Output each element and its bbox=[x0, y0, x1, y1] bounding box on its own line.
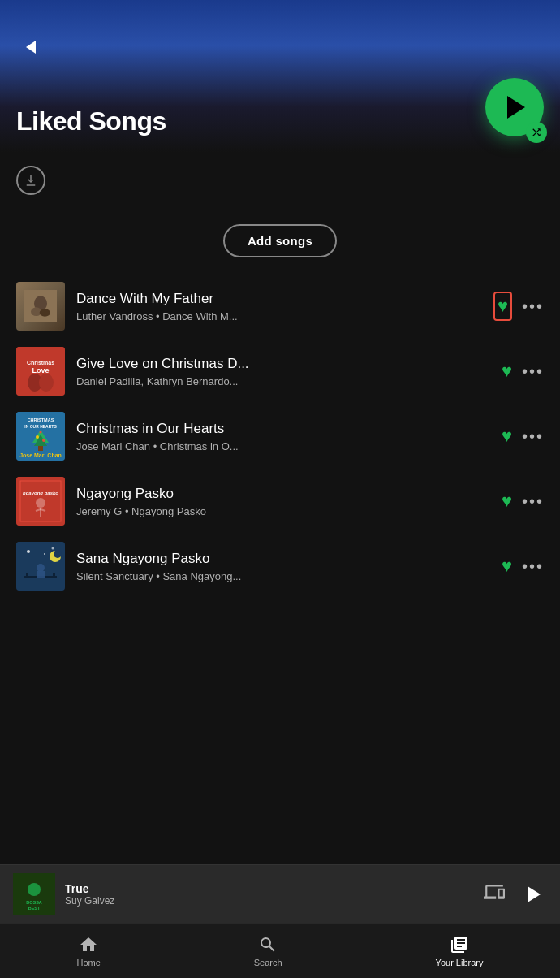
song-title-5: Sana Ngayong Pasko bbox=[76, 551, 490, 567]
song-item-2[interactable]: Christmas Love Give Love on Christmas D.… bbox=[0, 339, 560, 404]
like-button-5[interactable]: ♥ bbox=[502, 556, 512, 577]
nav-label-search: Search bbox=[254, 958, 282, 967]
home-icon bbox=[79, 935, 98, 954]
svg-rect-32 bbox=[53, 573, 55, 578]
device-button[interactable] bbox=[484, 881, 505, 907]
shuffle-badge[interactable] bbox=[526, 122, 547, 143]
more-button-1[interactable]: ••• bbox=[522, 297, 544, 316]
now-playing-art-icon: BOSSA BEST bbox=[13, 873, 55, 915]
song-list: Dance With My Father Luther Vandross • D… bbox=[0, 266, 560, 607]
add-songs-container: Add songs bbox=[0, 208, 560, 266]
song-actions-4: ♥ ••• bbox=[502, 491, 544, 512]
song-info-5: Sana Ngayong Pasko Silent Sanctuary • Sa… bbox=[76, 551, 490, 582]
song-item-5[interactable]: Sana Ngayong Pasko Silent Sanctuary • Sa… bbox=[0, 534, 560, 599]
now-playing-art: BOSSA BEST bbox=[13, 873, 55, 915]
now-playing-artist: Suy Galvez bbox=[65, 895, 474, 907]
more-button-4[interactable]: ••• bbox=[522, 492, 544, 511]
more-button-3[interactable]: ••• bbox=[522, 427, 544, 446]
svg-point-38 bbox=[28, 883, 41, 896]
song-meta-5: Silent Sanctuary • Sana Ngayong... bbox=[76, 570, 490, 582]
svg-text:ngayong pasko: ngayong pasko bbox=[23, 491, 58, 495]
like-button-1[interactable]: ♥ bbox=[493, 292, 512, 321]
svg-text:IN OUR HEARTS: IN OUR HEARTS bbox=[24, 424, 57, 429]
svg-point-33 bbox=[37, 564, 45, 572]
nav-item-library[interactable]: Your Library bbox=[420, 928, 500, 974]
devices-icon bbox=[484, 881, 505, 902]
shuffle-icon bbox=[531, 127, 542, 138]
download-button[interactable] bbox=[16, 166, 45, 195]
song-actions-1: ♥ ••• bbox=[493, 292, 544, 321]
svg-point-16 bbox=[42, 439, 45, 442]
nav-item-home[interactable]: Home bbox=[60, 928, 116, 974]
now-playing-controls bbox=[484, 880, 547, 909]
song-info-4: Ngayong Pasko Jeremy G • Ngayong Pasko bbox=[76, 486, 490, 517]
song-title-4: Ngayong Pasko bbox=[76, 486, 490, 502]
svg-point-8 bbox=[39, 374, 54, 392]
page-title: Liked Songs bbox=[16, 106, 166, 136]
play-triangle-icon bbox=[528, 886, 541, 902]
song-meta-1: Luther Vandross • Dance With M... bbox=[76, 310, 482, 322]
album-art-icon-1 bbox=[24, 290, 57, 322]
controls-section bbox=[0, 153, 560, 208]
header-section: Liked Songs bbox=[0, 0, 560, 153]
song-info-2: Give Love on Christmas D... Daniel Padil… bbox=[76, 356, 490, 387]
svg-rect-31 bbox=[26, 573, 28, 578]
svg-text:Christmas: Christmas bbox=[27, 360, 54, 366]
song-actions-5: ♥ ••• bbox=[502, 556, 544, 577]
svg-point-3 bbox=[40, 309, 50, 316]
svg-point-27 bbox=[27, 550, 30, 553]
nav-item-search[interactable]: Search bbox=[238, 928, 299, 974]
song-title-2: Give Love on Christmas D... bbox=[76, 356, 490, 372]
header-row: Liked Songs bbox=[16, 78, 544, 136]
album-art-icon-4: ngayong pasko bbox=[16, 477, 65, 526]
now-playing-info: True Suy Galvez bbox=[65, 882, 474, 907]
download-icon bbox=[24, 173, 38, 188]
song-title-3: Christmas in Our Hearts bbox=[76, 421, 490, 437]
back-button[interactable] bbox=[16, 32, 45, 62]
svg-point-28 bbox=[52, 547, 54, 550]
more-button-2[interactable]: ••• bbox=[522, 362, 544, 381]
svg-point-17 bbox=[40, 431, 42, 434]
song-item-4[interactable]: ngayong pasko Ngayong Pasko Jeremy G • N… bbox=[0, 469, 560, 534]
song-title-1: Dance With My Father bbox=[76, 291, 482, 307]
album-art-5 bbox=[16, 542, 65, 591]
like-button-2[interactable]: ♥ bbox=[502, 361, 512, 382]
play-button-container bbox=[485, 78, 544, 136]
svg-point-22 bbox=[36, 498, 45, 508]
nav-label-library: Your Library bbox=[436, 958, 484, 967]
add-songs-button[interactable]: Add songs bbox=[223, 224, 337, 257]
more-button-5[interactable]: ••• bbox=[522, 557, 544, 576]
svg-rect-14 bbox=[38, 446, 43, 451]
album-art-2: Christmas Love bbox=[16, 347, 65, 396]
like-button-3[interactable]: ♥ bbox=[502, 426, 512, 447]
svg-text:CHRISTMAS: CHRISTMAS bbox=[28, 418, 54, 422]
song-actions-2: ♥ ••• bbox=[502, 361, 544, 382]
album-art-1 bbox=[16, 282, 65, 331]
svg-text:BOSSA: BOSSA bbox=[26, 900, 42, 905]
like-button-4[interactable]: ♥ bbox=[502, 491, 512, 512]
now-playing-title: True bbox=[65, 882, 474, 895]
svg-text:Jose Mari Chan: Jose Mari Chan bbox=[19, 452, 62, 458]
song-meta-4: Jeremy G • Ngayong Pasko bbox=[76, 505, 490, 517]
album-art-3: CHRISTMAS IN OUR HEARTS Jose Mari Chan bbox=[16, 412, 65, 461]
svg-rect-34 bbox=[37, 571, 45, 578]
svg-point-15 bbox=[36, 435, 39, 439]
now-playing-play-button[interactable] bbox=[518, 880, 547, 909]
album-art-4: ngayong pasko bbox=[16, 477, 65, 526]
song-meta-2: Daniel Padilla, Kathryn Bernardo... bbox=[76, 375, 490, 387]
song-info-1: Dance With My Father Luther Vandross • D… bbox=[76, 291, 482, 322]
song-info-3: Christmas in Our Hearts Jose Mari Chan •… bbox=[76, 421, 490, 452]
song-meta-3: Jose Mari Chan • Christmas in O... bbox=[76, 440, 490, 452]
back-chevron-icon bbox=[26, 41, 36, 54]
album-art-icon-5 bbox=[16, 542, 65, 591]
nav-label-home: Home bbox=[76, 958, 100, 967]
search-icon bbox=[258, 935, 278, 954]
svg-text:Love: Love bbox=[32, 366, 49, 374]
bottom-nav: Home Search Your Library bbox=[0, 923, 560, 978]
song-item-3[interactable]: CHRISTMAS IN OUR HEARTS Jose Mari Chan C… bbox=[0, 404, 560, 469]
svg-text:BEST: BEST bbox=[28, 906, 41, 911]
song-item-1[interactable]: Dance With My Father Luther Vandross • D… bbox=[0, 274, 560, 339]
album-art-icon-2: Christmas Love bbox=[16, 347, 65, 396]
album-art-icon-3: CHRISTMAS IN OUR HEARTS Jose Mari Chan bbox=[16, 412, 65, 461]
now-playing-bar[interactable]: BOSSA BEST True Suy Galvez bbox=[0, 864, 560, 923]
